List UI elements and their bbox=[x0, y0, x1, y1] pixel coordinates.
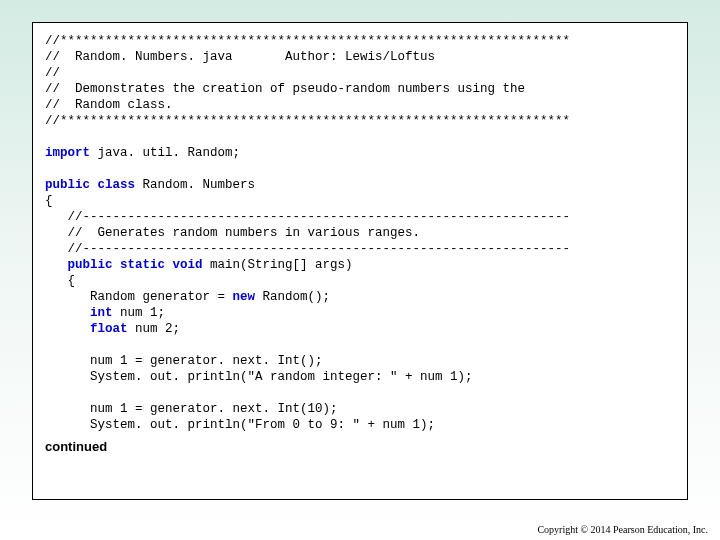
code-block: //**************************************… bbox=[45, 33, 675, 433]
code-text: num 1; bbox=[113, 306, 166, 320]
keyword-float: float bbox=[45, 322, 128, 336]
code-line: // Random. Numbers. java Author: Lewis/L… bbox=[45, 50, 435, 64]
code-line: //**************************************… bbox=[45, 34, 570, 48]
code-text: num 2; bbox=[128, 322, 181, 336]
code-line: //--------------------------------------… bbox=[45, 242, 570, 256]
code-line: // Random class. bbox=[45, 98, 173, 112]
copyright-text: Copyright © 2014 Pearson Education, Inc. bbox=[537, 524, 708, 535]
keyword-int: int bbox=[45, 306, 113, 320]
keyword-public: public bbox=[45, 258, 113, 272]
code-line: // Demonstrates the creation of pseudo-r… bbox=[45, 82, 525, 96]
code-text: java. util. Random; bbox=[90, 146, 240, 160]
code-line: num 1 = generator. next. Int(10); bbox=[45, 402, 338, 416]
keyword-new: new bbox=[233, 290, 256, 304]
keyword-public: public bbox=[45, 178, 90, 192]
code-line: // Generates random numbers in various r… bbox=[45, 226, 420, 240]
code-text: Random(); bbox=[255, 290, 330, 304]
method-sig: main(String[] args) bbox=[203, 258, 353, 272]
keyword-class: class bbox=[90, 178, 135, 192]
code-text: Random generator = bbox=[45, 290, 233, 304]
brace: { bbox=[45, 194, 53, 208]
code-line: //--------------------------------------… bbox=[45, 210, 570, 224]
slide-frame: //**************************************… bbox=[32, 22, 688, 500]
keyword-import: import bbox=[45, 146, 90, 160]
code-line: //**************************************… bbox=[45, 114, 570, 128]
code-line: // bbox=[45, 66, 60, 80]
continued-label: continued bbox=[45, 439, 675, 454]
code-line: System. out. println("A random integer: … bbox=[45, 370, 473, 384]
class-name: Random. Numbers bbox=[135, 178, 255, 192]
keyword-static: static bbox=[113, 258, 166, 272]
keyword-void: void bbox=[165, 258, 203, 272]
code-line: System. out. println("From 0 to 9: " + n… bbox=[45, 418, 435, 432]
code-line: num 1 = generator. next. Int(); bbox=[45, 354, 323, 368]
brace: { bbox=[45, 274, 75, 288]
